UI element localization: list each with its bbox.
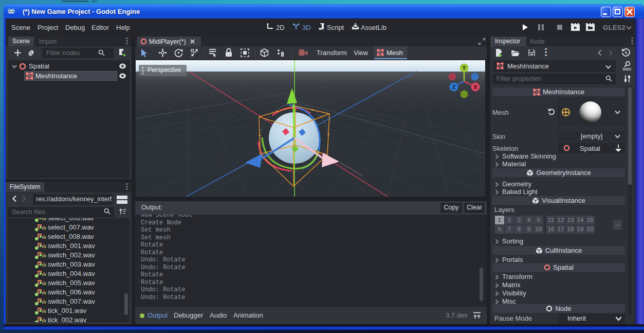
svg-text:DOC: DOC xyxy=(623,67,632,72)
svg-text:Z: Z xyxy=(452,84,456,90)
svg-text:X: X xyxy=(473,84,477,90)
svg-text:Y: Y xyxy=(462,65,466,71)
